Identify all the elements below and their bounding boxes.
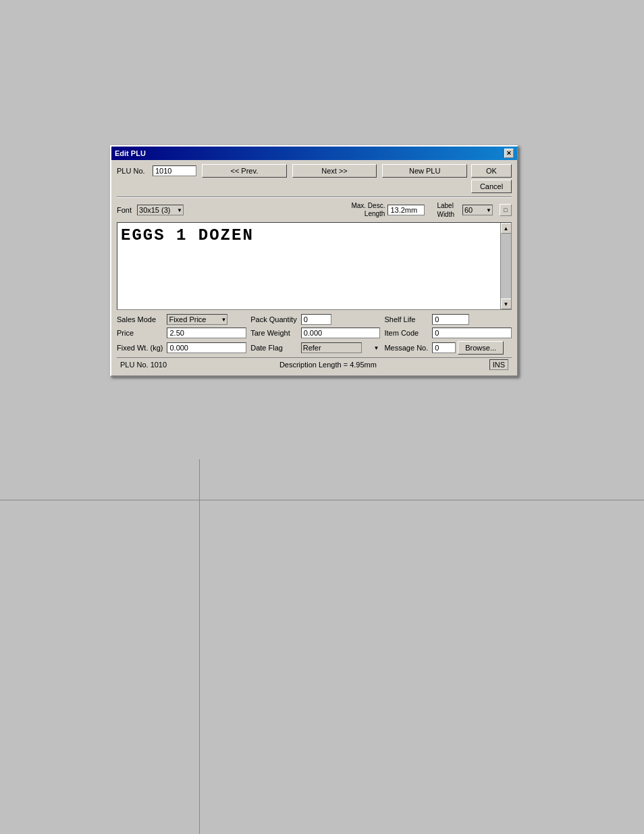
sales-mode-group: Fixed Price <box>167 314 246 325</box>
font-select[interactable]: 30x15 (3) <box>137 205 184 215</box>
scrollbar-track <box>501 234 512 298</box>
max-desc-input[interactable] <box>387 205 425 215</box>
label-width-label: LabelWidth <box>437 202 454 218</box>
date-flag-wrapper[interactable]: Refer <box>301 342 381 353</box>
item-code-input[interactable] <box>432 328 512 338</box>
date-flag-select[interactable]: Refer <box>301 342 362 353</box>
status-plu: PLU No. 1010 <box>120 361 167 369</box>
message-no-group: Browse... <box>432 341 512 355</box>
dialog-titlebar: Edit PLU ✕ <box>111 147 517 160</box>
prev-button[interactable]: << Prev. <box>202 164 287 178</box>
sales-mode-label: Sales Mode <box>117 315 163 323</box>
status-mode: INS <box>489 359 508 370</box>
square-icon: □ <box>504 207 507 213</box>
font-select-wrapper[interactable]: 30x15 (3) <box>137 205 184 215</box>
label-width-select-wrapper[interactable]: 60 <box>462 205 493 215</box>
plu-no-label: PLU No. <box>117 167 147 175</box>
plu-row: PLU No. << Prev. Next >> New PLU <box>117 164 467 178</box>
scroll-up-btn[interactable]: ▲ <box>501 223 512 234</box>
fixed-wt-label: Fixed Wt. (kg) <box>117 344 163 352</box>
plu-no-input[interactable] <box>153 165 196 176</box>
cross-line-vertical <box>199 459 200 834</box>
font-label: Font <box>117 206 132 214</box>
date-flag-label: Date Flag <box>250 344 296 352</box>
shelf-life-input[interactable] <box>432 314 469 325</box>
ok-cancel-col: OK Cancel <box>471 164 512 193</box>
scroll-down-btn[interactable]: ▼ <box>501 298 512 309</box>
max-desc-block: Max. Desc.Length <box>351 202 425 218</box>
ok-button[interactable]: OK <box>471 164 512 178</box>
shelf-life-label: Shelf Life <box>384 315 428 323</box>
description-text: EGGS 1 DOZEN <box>117 223 500 309</box>
label-width-select[interactable]: 60 <box>462 205 493 215</box>
pack-qty-label: Pack Quantity <box>250 315 296 323</box>
message-no-label: Message No. <box>384 344 428 352</box>
dialog-body: PLU No. << Prev. Next >> New PLU OK Canc… <box>111 160 517 375</box>
next-button[interactable]: Next >> <box>292 164 377 178</box>
sales-mode-wrapper[interactable]: Fixed Price <box>167 314 227 325</box>
cross-line-horizontal <box>0 500 644 500</box>
sales-mode-select[interactable]: Fixed Price <box>167 314 227 325</box>
item-code-label: Item Code <box>384 329 428 337</box>
edit-plu-dialog: Edit PLU ✕ PLU No. << Prev. Next >> New … <box>110 145 518 377</box>
tare-weight-input[interactable] <box>301 328 381 338</box>
tare-weight-label: Tare Weight <box>250 329 296 337</box>
status-bar: PLU No. 1010 Description Length = 4.95mm… <box>117 357 512 371</box>
close-button[interactable]: ✕ <box>504 149 514 158</box>
fixed-wt-input[interactable] <box>167 342 246 353</box>
cross-lines-area <box>0 459 644 834</box>
cancel-button[interactable]: Cancel <box>471 180 512 193</box>
label-width-block: LabelWidth <box>437 201 454 219</box>
new-plu-button[interactable]: New PLU <box>382 164 467 178</box>
description-scrollbar: ▲ ▼ <box>500 223 511 309</box>
label-width-btn[interactable]: □ <box>500 204 512 216</box>
description-area[interactable]: EGGS 1 DOZEN ▲ ▼ <box>117 222 512 310</box>
price-input[interactable] <box>167 328 246 338</box>
price-label: Price <box>117 329 163 337</box>
font-row: Font 30x15 (3) Max. Desc.Length LabelWid… <box>117 201 512 219</box>
message-no-input[interactable] <box>432 342 456 353</box>
status-desc: Description Length = 4.95mm <box>279 361 377 369</box>
browse-button[interactable]: Browse... <box>458 341 504 355</box>
pack-qty-input[interactable] <box>301 314 331 325</box>
dialog-title: Edit PLU <box>115 149 146 157</box>
max-desc-label: Max. Desc.Length <box>351 202 385 218</box>
separator1 <box>117 197 512 198</box>
